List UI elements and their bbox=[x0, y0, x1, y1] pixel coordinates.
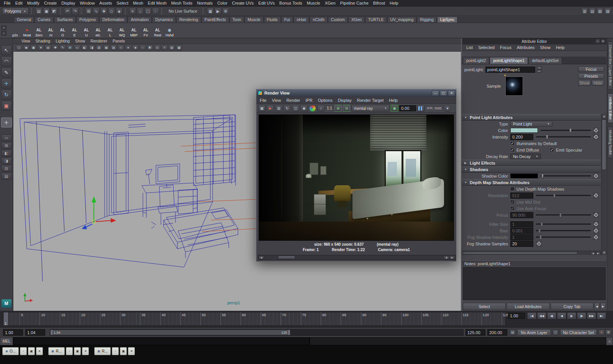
two-d-pan-zoom-icon[interactable]: ✚ bbox=[52, 45, 59, 51]
section-point-light-attributes[interactable]: ▼Point Light Attributes bbox=[462, 114, 601, 121]
select-component-icon[interactable]: ▫ bbox=[152, 8, 159, 15]
menu-item[interactable]: Pipeline Cache bbox=[338, 0, 371, 7]
menu-item[interactable]: XGen bbox=[323, 0, 338, 7]
shelf-menu-icon[interactable]: ≡ bbox=[1, 31, 7, 36]
render-view-window[interactable]: Render View —▢✕ FileViewRenderIPROptions… bbox=[256, 89, 457, 262]
illuminates-checkbox[interactable] bbox=[510, 141, 515, 145]
step-back-frame-button[interactable]: ◀| bbox=[547, 312, 556, 319]
renderer-dropdown[interactable]: mental ray▼ bbox=[351, 105, 390, 111]
shelf-item[interactable]: AL FV bbox=[140, 23, 152, 38]
viewport-menu-item[interactable]: View bbox=[19, 38, 33, 44]
menu-item[interactable]: Window bbox=[77, 0, 97, 7]
focus-button[interactable]: Focus bbox=[578, 66, 604, 72]
taskbar-window-button[interactable]: ◉O... bbox=[2, 347, 19, 355]
render-view-menu-item[interactable]: Display bbox=[335, 98, 354, 103]
menu-item[interactable]: Mesh Tools bbox=[169, 0, 195, 7]
open-scene-icon[interactable]: ▣ bbox=[43, 8, 50, 15]
shelf-item[interactable]: AL AI bbox=[45, 23, 57, 38]
auto-keyframe-icon[interactable]: ● bbox=[598, 330, 605, 335]
selection-mode-dropdown[interactable]: Polygons▼ bbox=[2, 8, 29, 15]
node-tab[interactable]: pointLight2 bbox=[463, 57, 489, 64]
shelf-item[interactable]: ◉ Hshd bbox=[164, 23, 175, 38]
layout-persp-graph[interactable]: ◨ bbox=[1, 157, 12, 164]
shelf-item[interactable]: AL Rest bbox=[152, 23, 164, 38]
layout-persp-outliner[interactable]: ◧ bbox=[1, 150, 12, 157]
menu-item[interactable]: Bonus Tools bbox=[277, 0, 305, 7]
render-current-frame-icon[interactable]: ▦ bbox=[207, 8, 214, 15]
layout-hypershade-persp[interactable]: ⊟ bbox=[1, 165, 12, 172]
command-language-toggle[interactable]: MEL bbox=[0, 337, 13, 345]
move-manipulator[interactable] bbox=[82, 196, 116, 229]
isolate-select-icon[interactable]: ▩ bbox=[176, 45, 182, 51]
current-frame-marker[interactable]: 1 bbox=[4, 312, 8, 325]
grid-icon[interactable]: ⊞ bbox=[67, 45, 73, 51]
shelf-tab[interactable]: Toon bbox=[229, 16, 244, 23]
viewport-menu-item[interactable]: Lighting bbox=[53, 38, 72, 44]
room-wireframe[interactable] bbox=[20, 115, 238, 281]
shelf-item[interactable]: AL O bbox=[57, 23, 69, 38]
tab-scroll-left-button[interactable]: ◀ bbox=[594, 303, 600, 310]
shelf-tab[interactable]: General bbox=[14, 16, 34, 23]
scale-tool[interactable]: ▣ bbox=[1, 101, 12, 111]
section-shadows[interactable]: ▼Shadows bbox=[462, 166, 601, 173]
play-forward-button[interactable]: ▶ bbox=[567, 312, 576, 319]
fog-samples-field[interactable]: 20 bbox=[510, 241, 533, 247]
snap-to-curve-icon[interactable]: ∿ bbox=[93, 8, 100, 15]
pause-ipr-button[interactable]: ▌▌ bbox=[417, 105, 425, 112]
gate-mask-icon[interactable]: ◨ bbox=[89, 45, 95, 51]
render-view-hscrollbar[interactable]: ◀ ◀ ▶ bbox=[258, 255, 456, 260]
field-chart-icon[interactable]: ▥ bbox=[96, 45, 102, 51]
scroll-left-icon[interactable]: ◀ bbox=[591, 251, 595, 255]
load-attributes-button[interactable]: Load Attributes bbox=[506, 303, 549, 310]
scroll-left-icon[interactable]: ◀ bbox=[444, 256, 449, 259]
redo-previous-render-button[interactable]: ▶ bbox=[267, 105, 274, 112]
taskbar-window-button[interactable]: ▣R... bbox=[48, 347, 65, 355]
remove-image-button[interactable]: ⊟ bbox=[343, 105, 350, 112]
xray-icon[interactable]: ▨ bbox=[169, 45, 175, 51]
node-tab[interactable]: defaultLightSet bbox=[528, 57, 562, 64]
shelf-tab[interactable]: nHair bbox=[293, 16, 309, 23]
menu-item[interactable]: File bbox=[2, 0, 13, 7]
shelf-tab[interactable]: Animation bbox=[128, 16, 152, 23]
character-set-icon[interactable]: ▢ bbox=[552, 330, 559, 335]
shelf-tab[interactable]: UV_mapping bbox=[387, 16, 417, 23]
notes-textarea[interactable] bbox=[463, 267, 606, 300]
toolbar-grip[interactable] bbox=[81, 8, 83, 14]
ae-menu-item[interactable]: Selected bbox=[475, 45, 497, 50]
node-list-icon[interactable]: ▸ bbox=[537, 70, 542, 73]
shelf-item[interactable]: AL E bbox=[69, 23, 80, 38]
anim-layer-button[interactable]: No Anim Layer bbox=[517, 329, 551, 336]
play-backwards-button[interactable]: ◀ bbox=[557, 312, 566, 319]
window-close-button[interactable]: ✕ bbox=[36, 347, 43, 355]
playback-start-field[interactable]: 1.04 bbox=[25, 329, 45, 336]
render-view-menu-item[interactable]: Render bbox=[284, 98, 303, 103]
shelf-item[interactable]: AL MBP bbox=[128, 23, 140, 38]
window-maximize-button[interactable]: ▣ bbox=[28, 347, 35, 355]
script-editor-icon[interactable]: ≡ bbox=[606, 337, 613, 345]
color-map-button[interactable] bbox=[593, 128, 598, 133]
select-button[interactable]: Select bbox=[463, 303, 506, 310]
menu-item[interactable]: Color bbox=[215, 0, 229, 7]
light-color-swatch[interactable] bbox=[510, 128, 538, 133]
menu-item[interactable]: Normals bbox=[195, 0, 215, 7]
sidebar-channel-box-icon[interactable]: ▥ bbox=[581, 8, 588, 15]
menu-item[interactable]: Mesh bbox=[131, 0, 146, 7]
animation-preferences-icon[interactable]: ⚙ bbox=[605, 330, 611, 335]
camera-attributes-icon[interactable]: ▣ bbox=[30, 45, 37, 51]
shelf-tab[interactable]: Surfaces bbox=[54, 16, 76, 23]
rgb-channels-button[interactable]: ● bbox=[309, 105, 316, 112]
shelf-tab[interactable]: Rendering bbox=[176, 16, 201, 23]
node-name-field[interactable]: pointLightShape1 bbox=[485, 67, 535, 73]
ae-menu-item[interactable]: Help bbox=[553, 45, 567, 50]
go-to-start-button[interactable]: |◀ bbox=[527, 312, 536, 319]
render-region-button[interactable]: ◫ bbox=[292, 105, 299, 112]
new-scene-icon[interactable]: ▤ bbox=[35, 8, 42, 15]
select-hierarchy-icon[interactable]: ⌂ bbox=[137, 8, 144, 15]
render-view-menu-item[interactable]: File bbox=[257, 98, 269, 103]
intensity-map-button[interactable] bbox=[593, 134, 598, 139]
toolbar-grip[interactable] bbox=[161, 8, 163, 14]
viewport-menu-item[interactable]: Show bbox=[72, 38, 88, 44]
menu-item[interactable]: Create UVs bbox=[229, 0, 256, 7]
last-tool-used[interactable]: ✛ bbox=[1, 118, 12, 127]
shelf-tab[interactable]: Curves bbox=[34, 16, 53, 23]
